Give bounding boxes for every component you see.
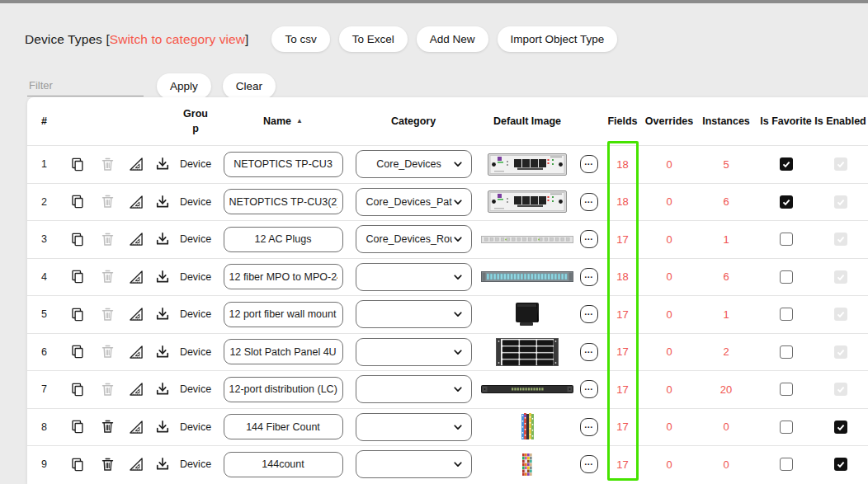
more-options-button[interactable]: ... <box>580 155 598 173</box>
is-enabled-checkbox[interactable] <box>834 308 847 321</box>
copy-button[interactable] <box>69 157 85 172</box>
copy-button[interactable] <box>69 382 85 397</box>
category-select[interactable]: Core_Devices <box>356 150 472 178</box>
download-button[interactable] <box>154 306 171 322</box>
is-enabled-checkbox[interactable] <box>834 157 847 171</box>
measure-button[interactable] <box>128 156 144 172</box>
name-input[interactable] <box>224 189 343 214</box>
is-favorite-checkbox[interactable] <box>780 270 793 284</box>
category-select[interactable] <box>356 450 472 478</box>
copy-button[interactable] <box>69 307 85 322</box>
name-input[interactable] <box>224 152 343 177</box>
measure-button[interactable] <box>128 306 144 322</box>
delete-icon <box>100 157 116 172</box>
table-body: 1 Device Core_Devices <box>27 145 868 483</box>
is-favorite-checkbox[interactable] <box>780 383 793 396</box>
name-input[interactable] <box>224 264 343 289</box>
is-favorite-checkbox[interactable] <box>780 458 793 471</box>
filter-input[interactable] <box>27 76 144 96</box>
overrides-value: 0 <box>645 383 693 396</box>
download-button[interactable] <box>154 156 171 172</box>
copy-button[interactable] <box>69 344 85 359</box>
more-options-button[interactable]: ... <box>580 230 598 248</box>
is-favorite-checkbox[interactable] <box>780 345 793 359</box>
copy-button[interactable] <box>69 194 85 209</box>
measure-button[interactable] <box>128 269 144 285</box>
to-csv-button[interactable]: To csv <box>271 26 329 52</box>
delete-button[interactable] <box>100 232 116 247</box>
category-select[interactable]: Core_Devices_Router <box>356 225 472 253</box>
is-enabled-checkbox[interactable] <box>834 383 847 396</box>
more-options-button[interactable]: ... <box>580 418 598 436</box>
measure-button[interactable] <box>128 456 144 472</box>
to-excel-button[interactable]: To Excel <box>339 26 408 52</box>
delete-icon <box>100 382 116 397</box>
is-enabled-checkbox[interactable] <box>834 345 847 359</box>
name-input[interactable] <box>224 452 343 477</box>
download-icon <box>154 419 171 435</box>
category-select[interactable] <box>356 375 472 403</box>
more-options-button[interactable]: ... <box>580 343 598 361</box>
col-header-name[interactable]: Name ▲ <box>216 115 350 127</box>
row-number: 9 <box>27 458 61 470</box>
more-options-button[interactable]: ... <box>580 305 598 323</box>
is-enabled-checkbox[interactable] <box>834 270 847 284</box>
is-enabled-checkbox[interactable] <box>834 458 847 471</box>
name-input[interactable] <box>224 377 343 402</box>
col-header-num: # <box>27 115 61 127</box>
download-button[interactable] <box>154 194 171 210</box>
category-select[interactable] <box>356 300 472 328</box>
category-select[interactable] <box>356 338 472 366</box>
name-input[interactable] <box>224 339 343 364</box>
measure-button[interactable] <box>128 344 144 360</box>
more-options-button[interactable]: ... <box>580 268 598 286</box>
row-number: 8 <box>27 421 61 433</box>
delete-button[interactable] <box>100 157 116 172</box>
delete-button[interactable] <box>100 344 116 359</box>
download-button[interactable] <box>154 231 171 247</box>
delete-button[interactable] <box>100 194 116 209</box>
category-select[interactable] <box>356 263 472 291</box>
download-button[interactable] <box>154 381 171 397</box>
download-button[interactable] <box>154 344 171 360</box>
add-new-button[interactable]: Add New <box>417 26 488 52</box>
more-options-button[interactable]: ... <box>580 193 598 211</box>
delete-button[interactable] <box>100 307 116 322</box>
is-enabled-checkbox[interactable] <box>834 421 847 434</box>
delete-button[interactable] <box>100 382 116 397</box>
measure-button[interactable] <box>128 194 144 210</box>
copy-button[interactable] <box>69 232 85 247</box>
measure-button[interactable] <box>128 381 144 397</box>
is-favorite-checkbox[interactable] <box>780 308 793 321</box>
is-favorite-checkbox[interactable] <box>780 195 793 209</box>
is-enabled-checkbox[interactable] <box>834 195 847 209</box>
download-button[interactable] <box>154 419 171 435</box>
name-input[interactable] <box>224 414 343 439</box>
copy-button[interactable] <box>69 457 85 472</box>
copy-button[interactable] <box>69 419 85 435</box>
measure-button[interactable] <box>128 419 144 435</box>
category-select[interactable]: Core_Devices_Patch <box>356 188 472 216</box>
copy-icon <box>69 382 85 397</box>
more-options-button[interactable]: ... <box>580 455 598 473</box>
download-button[interactable] <box>154 269 171 285</box>
is-enabled-checkbox[interactable] <box>834 233 847 246</box>
copy-button[interactable] <box>69 269 85 284</box>
apply-button[interactable]: Apply <box>157 73 211 99</box>
category-select[interactable] <box>356 413 472 441</box>
download-button[interactable] <box>154 456 171 472</box>
delete-button[interactable] <box>100 419 116 435</box>
switch-category-view-link[interactable]: Switch to category view <box>110 32 245 46</box>
category-value: Core_Devices_Patch <box>356 196 452 208</box>
measure-button[interactable] <box>128 231 144 247</box>
name-input[interactable] <box>224 302 343 327</box>
delete-button[interactable] <box>100 269 116 284</box>
more-options-button[interactable]: ... <box>580 380 598 398</box>
is-favorite-checkbox[interactable] <box>780 157 793 171</box>
clear-button[interactable]: Clear <box>223 73 276 99</box>
name-input[interactable] <box>224 227 343 252</box>
delete-button[interactable] <box>100 457 116 472</box>
is-favorite-checkbox[interactable] <box>780 421 793 434</box>
is-favorite-checkbox[interactable] <box>780 233 793 246</box>
import-object-type-button[interactable]: Import Object Type <box>498 26 618 52</box>
